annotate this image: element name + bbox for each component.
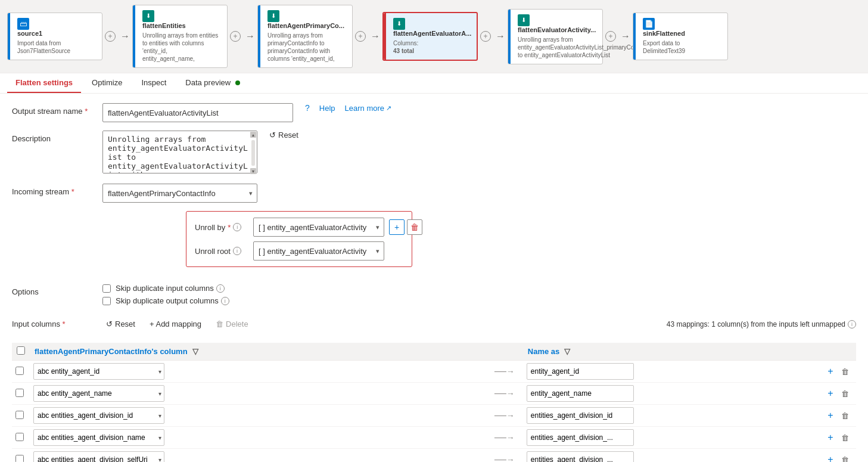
incoming-stream-select[interactable]: flattenAgentPrimaryContactInfo — [102, 184, 257, 203]
source-col-select-0[interactable]: abc entity_agent_id — [33, 363, 164, 380]
unroll-section: Unroll by * i [ ] entity_agentEvaluatorA… — [186, 211, 412, 267]
unroll-by-select[interactable]: [ ] entity_agentEvaluatorActivityList — [253, 218, 384, 237]
source-col-wrap-0: abc entity_agent_id — [33, 363, 164, 380]
unroll-root-info-icon[interactable]: i — [233, 247, 241, 255]
output-stream-input[interactable] — [102, 103, 293, 122]
pipeline-node-flattenAgentEvaluator: ⬇ flattenAgentEvaluatorA... Columns:43 t… — [382, 5, 508, 68]
learn-more-link[interactable]: Learn more ↗ — [345, 104, 391, 113]
mapping-count: 43 mappings: 1 column(s) from the inputs… — [667, 320, 856, 328]
reset-area: ↺ Reset — [269, 131, 298, 139]
source-col-select-3[interactable]: abc entities_agent_division_name — [33, 429, 164, 446]
node-desc-flattenEntities: Unrolling arrays from entities to entiti… — [142, 32, 221, 63]
table-row: abc entities_agent_division_id ──→ + 🗑 — [12, 405, 856, 427]
help-row: ? Help Learn more ↗ — [305, 103, 391, 113]
mapping-count-info[interactable]: i — [848, 320, 856, 328]
pipeline-card-flattenAgentEvaluator[interactable]: ⬇ flattenAgentEvaluatorA... Columns:43 t… — [382, 12, 478, 61]
input-columns-row: Input columns * ↺ Reset + Add mapping 🗑 … — [12, 317, 856, 462]
row-checkbox-2[interactable] — [15, 411, 24, 419]
tab-inspect[interactable]: Inspect — [133, 73, 175, 93]
name-as-input-3[interactable] — [527, 429, 634, 446]
arrow-connector-3: ──→ — [490, 433, 519, 442]
add-row-btn-2[interactable]: + — [824, 409, 837, 422]
add-row-btn-4[interactable]: + — [824, 453, 837, 462]
sink-icon: 📄 — [643, 18, 655, 30]
node-title-flattenEvaluatorActivity: flattenEvaluatorActivity... — [518, 26, 601, 33]
select-all-checkbox[interactable] — [17, 346, 25, 355]
node-desc-source1: Import data from Json7FlattenSource — [17, 39, 96, 55]
name-as-header: Name as — [528, 347, 559, 356]
unroll-by-info-icon[interactable]: i — [233, 223, 241, 231]
pipeline-node-sinkFlattened: 📄 sinkFlattened Export data to Delimited… — [633, 5, 728, 68]
name-as-input-1[interactable] — [527, 385, 634, 402]
pipeline-card-source1[interactable]: 🗃 source1 Import data from Json7FlattenS… — [7, 13, 102, 60]
name-as-input-4[interactable] — [527, 451, 634, 462]
node-desc-flattenAgentEvaluator: Columns:43 total — [393, 39, 471, 55]
add-node-btn-1[interactable]: + — [230, 31, 241, 42]
arrow-connector-4: ──→ — [490, 455, 519, 462]
add-mapping-btn[interactable]: + Add mapping — [146, 317, 205, 331]
name-as-filter-icon[interactable]: ▽ — [562, 347, 573, 356]
node-desc-sinkFlattened: Export data to DelimitedText39 — [643, 39, 721, 55]
row-checkbox-3[interactable] — [15, 433, 24, 441]
unroll-root-select[interactable]: [ ] entity_agentEvaluatorActivityList — [253, 241, 384, 261]
required-star-incoming: * — [71, 187, 74, 196]
tab-data-preview[interactable]: Data preview — [177, 73, 248, 93]
help-label: Help — [319, 104, 335, 113]
source-col-select-4[interactable]: abc entities_agent_division_selfUri — [33, 451, 164, 462]
add-node-btn-0[interactable]: + — [105, 31, 116, 42]
name-as-input-0[interactable] — [527, 363, 634, 380]
pipeline-node-flattenEvaluatorActivity: ⬇ flattenEvaluatorActivity... Unrolling … — [508, 5, 633, 68]
skip-dup-output-checkbox[interactable] — [102, 297, 111, 305]
delete-mapping-btn[interactable]: 🗑 Delete — [212, 317, 252, 331]
unroll-by-delete-btn[interactable]: 🗑 — [407, 219, 422, 235]
skip-dup-output-info[interactable]: i — [221, 297, 229, 305]
source-col-select-2[interactable]: abc entities_agent_division_id — [33, 407, 164, 424]
row-checkbox-4[interactable] — [15, 455, 24, 463]
skip-dup-input-info[interactable]: i — [216, 284, 225, 293]
del-row-btn-2[interactable]: 🗑 — [838, 409, 851, 422]
row-checkbox-1[interactable] — [15, 389, 24, 397]
unroll-by-row: Unroll by * i [ ] entity_agentEvaluatorA… — [195, 218, 403, 237]
add-row-btn-0[interactable]: + — [824, 365, 837, 378]
unroll-root-label: Unroll root i — [195, 247, 248, 256]
unroll-root-select-wrap: [ ] entity_agentEvaluatorActivityList — [253, 241, 384, 261]
scroll-up-btn[interactable]: ▲ — [250, 132, 256, 138]
add-row-btn-1[interactable]: + — [824, 387, 837, 400]
name-as-input-2[interactable] — [527, 407, 634, 424]
options-label: Options — [12, 284, 95, 296]
unroll-section-label — [12, 211, 95, 217]
del-row-btn-0[interactable]: 🗑 — [838, 365, 851, 378]
skip-dup-input-label: Skip duplicate input columns i — [116, 284, 225, 293]
add-node-btn-3[interactable]: + — [480, 31, 491, 42]
tab-optimize[interactable]: Optimize — [83, 73, 130, 93]
unroll-by-add-btn[interactable]: + — [389, 219, 405, 235]
source-col-select-1[interactable]: abc entity_agent_name — [33, 385, 164, 402]
add-row-btn-3[interactable]: + — [824, 431, 837, 444]
output-stream-control — [102, 103, 293, 122]
description-input[interactable]: Unrolling arrays from entity_agentEvalua… — [102, 131, 257, 173]
reset-mapping-icon: ↺ — [106, 320, 113, 328]
pipeline-card-flattenEvaluatorActivity[interactable]: ⬇ flattenEvaluatorActivity... Unrolling … — [508, 9, 603, 64]
scroll-down-btn[interactable]: ▼ — [250, 168, 256, 174]
incoming-stream-label: Incoming stream * — [12, 184, 95, 196]
input-columns-header: Input columns * ↺ Reset + Add mapping 🗑 … — [12, 317, 856, 331]
arrow-connector-1: ──→ — [490, 389, 519, 398]
del-row-btn-1[interactable]: 🗑 — [838, 387, 851, 400]
output-stream-row: Output stream name * ? Help Learn more ↗ — [12, 103, 856, 122]
skip-dup-input-checkbox[interactable] — [102, 284, 111, 293]
pipeline-card-flattenEntities[interactable]: ⬇ flattenEntities Unrolling arrays from … — [132, 5, 228, 68]
source-filter-icon[interactable]: ▽ — [190, 347, 201, 356]
add-node-btn-2[interactable]: + — [355, 31, 366, 42]
flatten-icon-1: ⬇ — [142, 10, 154, 22]
pipeline-card-flattenAgentPrimary[interactable]: ⬇ flattenAgentPrimaryCo... Unrolling arr… — [257, 5, 353, 68]
tab-flatten-settings[interactable]: Flatten settings — [7, 73, 81, 93]
del-row-btn-3[interactable]: 🗑 — [838, 431, 851, 444]
output-stream-label: Output stream name * — [12, 103, 95, 116]
del-row-btn-4[interactable]: 🗑 — [838, 453, 851, 462]
pipeline-card-sinkFlattened[interactable]: 📄 sinkFlattened Export data to Delimited… — [633, 13, 728, 60]
required-star-output: * — [85, 107, 88, 116]
reset-mapping-btn[interactable]: ↺ Reset — [102, 317, 139, 331]
options-row: Options Skip duplicate input columns i S… — [12, 284, 856, 309]
reset-description-btn[interactable]: ↺ Reset — [269, 131, 298, 139]
row-checkbox-0[interactable] — [15, 367, 24, 375]
